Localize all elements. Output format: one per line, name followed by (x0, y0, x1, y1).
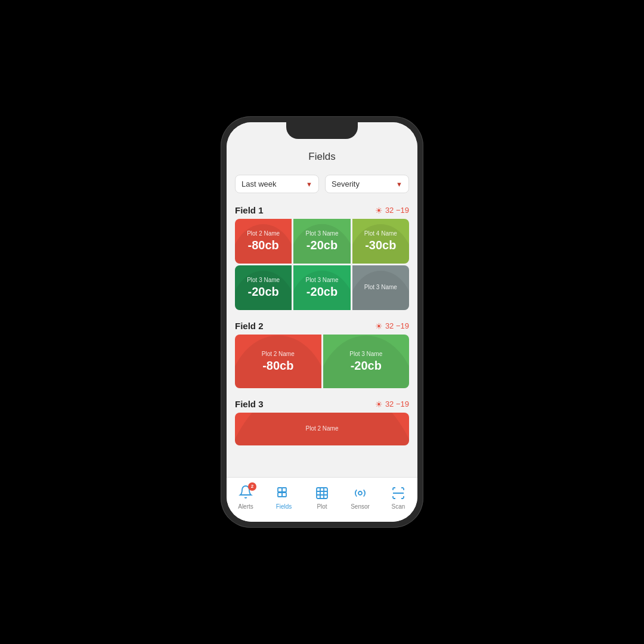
filter-bar: Last week ▼ Severity ▼ (227, 170, 417, 198)
field-1-plot-grid-row2: Plot 3 Name -20cb Plot 3 Name -20cb Plot… (235, 265, 409, 310)
plot-value: -20cb (248, 285, 279, 299)
plot-value: -20cb (306, 285, 338, 299)
nav-alerts[interactable]: 2 Alerts (227, 485, 265, 510)
plot-cell[interactable]: Plot 4 Name -30cb (352, 219, 409, 264)
field-1-plot-grid-row1: Plot 2 Name -80cb Plot 3 Name -20cb Plot… (235, 219, 409, 264)
nav-scan[interactable]: Scan (379, 485, 417, 510)
sun-icon: ☀ (375, 321, 383, 331)
page-title: Fields (308, 151, 335, 162)
svg-rect-3 (282, 493, 286, 497)
sensor-icon (352, 485, 369, 501)
severity-filter-dropdown[interactable]: Severity ▼ (325, 175, 409, 193)
plot-name: Plot 3 Name (247, 277, 280, 283)
svg-rect-1 (282, 488, 286, 492)
plot-cell[interactable]: Plot 2 Name -80cb (235, 335, 321, 388)
bottom-nav: 2 Alerts Fields (227, 477, 417, 522)
sun-icon: ☀ (375, 206, 383, 215)
field-2-plot-grid: Plot 2 Name -80cb Plot 3 Name -20cb (235, 335, 409, 388)
plot-value: -30cb (365, 239, 396, 252)
nav-sensor-label: Sensor (351, 503, 370, 510)
alert-badge: 2 (248, 482, 256, 491)
plot-cell[interactable]: Plot 3 Name -20cb (293, 265, 350, 310)
plot-name: Plot 2 Name (247, 230, 280, 237)
plot-value: -20cb (306, 239, 338, 252)
plot-name: Plot 4 Name (364, 230, 397, 237)
field-3-section: Field 3 ☀ 32 −19 Plot 2 Name (227, 394, 417, 445)
field-1-weather: ☀ 32 −19 (375, 206, 409, 215)
field-3-weather-text: 32 −19 (385, 400, 409, 408)
plot-value: -80cb (248, 239, 279, 252)
field-1-title: Field 1 (235, 205, 264, 215)
plot-value: -80cb (262, 359, 293, 373)
plot-cell[interactable]: Plot 2 Name (235, 413, 409, 445)
svg-rect-2 (278, 493, 282, 497)
field-3-plot-grid: Plot 2 Name (235, 413, 409, 445)
time-filter-dropdown[interactable]: Last week ▼ (235, 175, 319, 193)
nav-fields[interactable]: Fields (265, 485, 303, 510)
plot-name: Plot 2 Name (305, 425, 338, 432)
phone-screen: Fields Last week ▼ Severity ▼ Field 1 ☀ (227, 122, 417, 522)
plot-cell[interactable]: Plot 3 Name (352, 265, 409, 310)
field-1-section: Field 1 ☀ 32 −19 Plot 2 Name -80cb Plot … (227, 200, 417, 310)
field-3-header: Field 3 ☀ 32 −19 (227, 394, 417, 413)
nav-plot[interactable]: Plot (303, 485, 341, 510)
nav-sensor[interactable]: Sensor (341, 485, 379, 510)
svg-rect-4 (317, 488, 327, 499)
chevron-down-icon: ▼ (396, 181, 402, 188)
fields-scroll-area[interactable]: Field 1 ☀ 32 −19 Plot 2 Name -80cb Plot … (227, 198, 417, 477)
alerts-icon: 2 (237, 485, 254, 501)
plot-icon (314, 485, 330, 501)
field-2-weather: ☀ 32 −19 (375, 321, 409, 331)
chevron-down-icon: ▼ (306, 181, 312, 188)
plot-name: Plot 3 Name (349, 351, 382, 357)
fields-icon (275, 485, 292, 501)
plot-name: Plot 3 Name (364, 284, 397, 290)
plot-cell[interactable]: Plot 2 Name -80cb (235, 219, 292, 264)
phone-notch (286, 122, 358, 139)
badge-container: 2 (239, 485, 253, 502)
plot-name: Plot 3 Name (305, 230, 338, 237)
plot-name: Plot 2 Name (262, 351, 295, 357)
field-3-title: Field 3 (235, 399, 264, 409)
field-1-header: Field 1 ☀ 32 −19 (227, 200, 417, 219)
svg-rect-0 (278, 488, 282, 492)
plot-value: -20cb (351, 359, 382, 373)
scan-icon (390, 485, 407, 501)
page-header: Fields (227, 146, 417, 170)
severity-filter-label: Severity (332, 179, 360, 188)
phone-frame: Fields Last week ▼ Severity ▼ Field 1 ☀ (221, 116, 423, 528)
field-2-weather-text: 32 −19 (385, 321, 409, 330)
time-filter-label: Last week (242, 179, 277, 188)
nav-scan-label: Scan (392, 503, 405, 510)
field-1-weather-text: 32 −19 (385, 206, 409, 215)
field-2-header: Field 2 ☀ 32 −19 (227, 316, 417, 335)
plot-cell[interactable]: Plot 3 Name -20cb (293, 219, 350, 264)
field-3-weather: ☀ 32 −19 (375, 400, 409, 409)
nav-alerts-label: Alerts (238, 503, 253, 510)
plot-cell[interactable]: Plot 3 Name -20cb (235, 265, 292, 310)
plot-cell[interactable]: Plot 3 Name -20cb (323, 335, 410, 388)
nav-fields-label: Fields (276, 503, 292, 510)
field-2-section: Field 2 ☀ 32 −19 Plot 2 Name -80cb Plot … (227, 316, 417, 388)
plot-name: Plot 3 Name (305, 277, 338, 283)
svg-point-9 (358, 491, 362, 495)
nav-plot-label: Plot (317, 503, 327, 510)
sun-icon: ☀ (375, 400, 383, 409)
field-2-title: Field 2 (235, 321, 264, 331)
